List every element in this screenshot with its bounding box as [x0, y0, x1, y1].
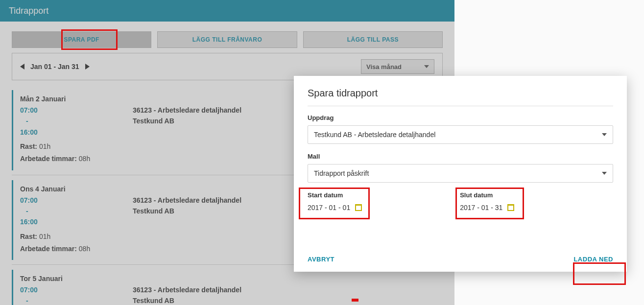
- time-separator: -: [20, 116, 133, 126]
- assignment-label: Uppdrag: [308, 114, 613, 121]
- job-line1: 36123 - Arbetsledare detaljhandel: [133, 284, 241, 295]
- start-date-picker[interactable]: 2017 - 01 - 01: [308, 204, 362, 211]
- end-date-picker[interactable]: 2017 - 01 - 31: [460, 204, 514, 211]
- add-shift-button[interactable]: LÄGG TILL PASS: [303, 31, 443, 48]
- modal-title: Spara tidrapport: [308, 88, 613, 106]
- rest-value: 01h: [39, 233, 50, 240]
- worked-value: 08h: [79, 245, 90, 253]
- end-date-value: 2017 - 01 - 31: [460, 204, 502, 211]
- cancel-button[interactable]: AVBRYT: [308, 256, 334, 263]
- rest-label: Rast:: [20, 142, 37, 150]
- start-time[interactable]: 07:00: [20, 105, 133, 116]
- day-times: 07:00 - 16:00: [20, 284, 133, 305]
- job-line2: Testkund AB: [133, 116, 241, 126]
- start-date-value: 2017 - 01 - 01: [308, 204, 350, 211]
- chevron-down-icon: [424, 65, 429, 68]
- calendar-icon: [507, 204, 514, 211]
- day-job: 36123 - Arbetsledare detaljhandel Testku…: [133, 195, 241, 228]
- date-range-text: Jan 01 - Jan 31: [30, 63, 79, 70]
- template-select[interactable]: Tidrapport påskrift: [308, 164, 613, 183]
- end-time[interactable]: 16:00: [20, 127, 133, 138]
- assignment-select[interactable]: Testkund AB - Arbetsledare detaljhandel: [308, 125, 613, 144]
- save-pdf-button[interactable]: SPARA PDF: [12, 31, 151, 48]
- page-title: Tidrapport: [0, 0, 454, 22]
- day-name: Tor 5 Januari: [20, 275, 443, 282]
- worked-value: 08h: [79, 155, 90, 163]
- toolbar: SPARA PDF LÄGG TILL FRÅNVARO LÄGG TILL P…: [0, 22, 454, 53]
- job-line1: 36123 - Arbetsledare detaljhandel: [133, 195, 241, 206]
- start-date-label: Start datum: [308, 191, 362, 199]
- calendar-icon: [355, 204, 362, 211]
- job-line1: 36123 - Arbetsledare detaljhandel: [133, 105, 241, 116]
- day-times: 07:00 - 16:00: [20, 105, 133, 138]
- worked-label: Arbetade timmar:: [20, 245, 77, 253]
- next-period-icon[interactable]: [85, 64, 90, 70]
- worked-label: Arbetade timmar:: [20, 155, 77, 163]
- template-label: Mall: [308, 153, 613, 160]
- job-line2: Testkund AB: [133, 295, 241, 305]
- time-separator: -: [20, 295, 133, 305]
- day-entry: Tor 5 Januari 07:00 - 16:00 36123 - Arbe…: [12, 270, 443, 305]
- start-time[interactable]: 07:00: [20, 195, 133, 206]
- template-value: Tidrapport påskrift: [314, 169, 369, 177]
- start-time[interactable]: 07:00: [20, 284, 133, 295]
- indicator-mark: [352, 299, 358, 302]
- view-mode-label: Visa månad: [366, 63, 402, 70]
- add-absence-button[interactable]: LÄGG TILL FRÅNVARO: [157, 31, 297, 48]
- day-job: 36123 - Arbetsledare detaljhandel Testku…: [133, 105, 241, 138]
- chevron-down-icon: [602, 133, 607, 136]
- save-report-modal: Spara tidrapport Uppdrag Testkund AB - A…: [294, 76, 627, 272]
- day-job: 36123 - Arbetsledare detaljhandel Testku…: [133, 284, 241, 305]
- job-line2: Testkund AB: [133, 206, 241, 216]
- prev-period-icon[interactable]: [20, 64, 24, 70]
- download-button[interactable]: LADDA NED: [573, 256, 613, 263]
- time-separator: -: [20, 206, 133, 216]
- assignment-value: Testkund AB - Arbetsledare detaljhandel: [314, 131, 435, 139]
- view-mode-select[interactable]: Visa månad: [361, 59, 434, 74]
- end-date-label: Slut datum: [460, 191, 514, 199]
- chevron-down-icon: [602, 172, 607, 175]
- end-time[interactable]: 16:00: [20, 216, 133, 227]
- rest-label: Rast:: [20, 233, 37, 240]
- rest-value: 01h: [39, 142, 50, 150]
- day-times: 07:00 - 16:00: [20, 195, 133, 228]
